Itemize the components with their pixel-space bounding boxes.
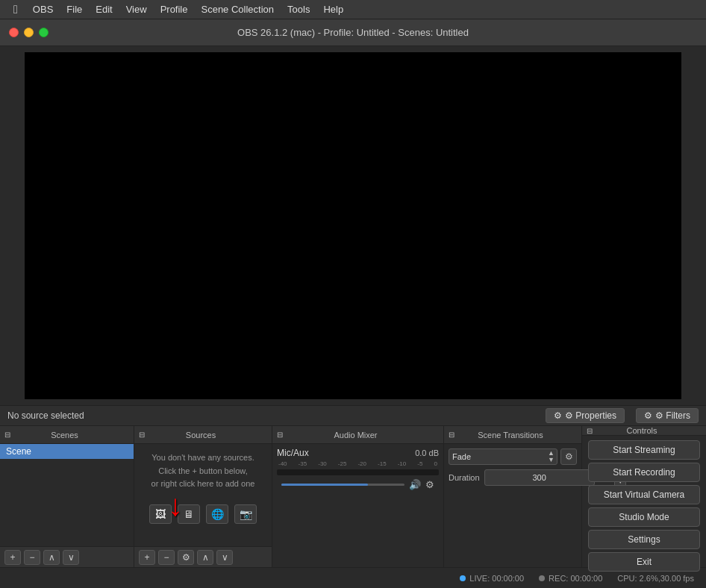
bottom-panels: ⊟ Scenes Scene + − ∧ ∨ ⊟ Sources You don… <box>0 426 706 567</box>
audio-collapse-icon[interactable]: ⊟ <box>277 431 283 439</box>
rec-timer: REC: 00:00:00 <box>549 574 602 583</box>
browser-source-icon[interactable]: 🌐 <box>206 504 228 524</box>
add-scene-button[interactable]: + <box>4 550 21 565</box>
audio-mixer-panel: ⊟ Audio Mixer Mic/Aux 0.0 dB -40-35-30-2… <box>272 426 444 567</box>
start-virtual-camera-button[interactable]: Start Virtual Camera <box>588 485 700 504</box>
move-scene-up-button[interactable]: ∧ <box>43 550 60 565</box>
properties-label: ⚙ Properties <box>565 410 616 421</box>
controls-collapse-icon[interactable]: ⊟ <box>587 427 593 435</box>
transitions-panel-header: ⊟ Scene Transitions <box>444 426 581 444</box>
cpu-status: CPU: 2.6%,30.00 fps <box>617 574 694 583</box>
rec-indicator-dot <box>539 575 545 581</box>
control-buttons: Start Streaming Start Recording Start Vi… <box>582 436 706 576</box>
settings-button[interactable]: Settings <box>588 530 700 549</box>
audio-track: Mic/Aux 0.0 dB -40-35-30-25-20-15-10-50 … <box>272 444 443 495</box>
sources-panel: ⊟ Sources You don't have any sources. Cl… <box>134 426 272 567</box>
remove-scene-button[interactable]: − <box>24 550 40 565</box>
transitions-collapse-icon[interactable]: ⊟ <box>449 431 454 439</box>
scenes-panel-header: ⊟ Scenes <box>0 426 134 444</box>
volume-fill <box>281 484 368 486</box>
rec-status: REC: 00:00:00 <box>539 574 602 583</box>
audio-controls-row: 🔊 ⚙ <box>277 478 439 492</box>
controls-panel: ⊟ Controls Start Streaming Start Recordi… <box>582 426 706 567</box>
add-source-button[interactable]: + <box>139 550 155 565</box>
source-bar: No source selected ⚙ ⚙ Properties ⚙ ⚙ Fi… <box>0 405 706 426</box>
start-streaming-button[interactable]: Start Streaming <box>588 440 700 460</box>
camera-source-icon[interactable]: 📷 <box>234 504 257 524</box>
preview-canvas <box>25 52 681 399</box>
filters-button[interactable]: ⚙ ⚙ Filters <box>636 408 699 423</box>
filter-icon: ⚙ <box>644 410 652 421</box>
close-button[interactable] <box>9 28 19 37</box>
duration-input[interactable] <box>484 469 595 486</box>
window-title: OBS 26.1.2 (mac) - Profile: Untitled - S… <box>237 27 469 38</box>
scene-item[interactable]: Scene <box>0 444 134 459</box>
move-source-down-button[interactable]: ∨ <box>216 550 233 565</box>
sources-empty-text: You don't have any sources. Click the + … <box>134 444 272 498</box>
menu-profile[interactable]: Profile <box>154 2 194 16</box>
transitions-content: Fade Cut Swipe Slide ▲▼ ⚙ Duration ms ▲ … <box>444 444 581 490</box>
menu-edit[interactable]: Edit <box>90 2 118 16</box>
menu-view[interactable]: View <box>120 2 153 16</box>
scenes-collapse-icon[interactable]: ⊟ <box>4 431 10 439</box>
audio-track-name: Mic/Aux <box>277 448 309 458</box>
title-bar: OBS 26.1.2 (mac) - Profile: Untitled - S… <box>0 19 706 46</box>
mute-icon[interactable]: 🔊 <box>409 479 421 490</box>
scenes-toolbar: + − ∧ ∨ <box>0 546 134 567</box>
sources-panel-header: ⊟ Sources <box>134 426 272 444</box>
transition-type-select[interactable]: Fade Cut Swipe Slide <box>449 448 557 465</box>
move-source-up-button[interactable]: ∧ <box>197 550 213 565</box>
sources-collapse-icon[interactable]: ⊟ <box>139 431 145 439</box>
scenes-list: Scene <box>0 444 134 546</box>
sources-panel-title: Sources <box>186 431 216 440</box>
sources-icon-row: 🖼 🖥 🌐 📷 <box>134 498 272 530</box>
scenes-panel: ⊟ Scenes Scene + − ∧ ∨ <box>0 426 134 567</box>
fullscreen-button[interactable] <box>39 28 49 37</box>
transition-select-wrapper: Fade Cut Swipe Slide ▲▼ <box>449 448 557 465</box>
menu-file[interactable]: File <box>60 2 88 16</box>
scene-transitions-panel: ⊟ Scene Transitions Fade Cut Swipe Slide… <box>444 426 582 567</box>
image-source-icon[interactable]: 🖼 <box>149 504 172 524</box>
duration-label: Duration <box>449 473 480 482</box>
duration-row: Duration ms ▲ ▼ <box>449 469 577 486</box>
traffic-lights <box>9 28 49 37</box>
studio-mode-button[interactable]: Studio Mode <box>588 507 700 527</box>
display-source-icon[interactable]: 🖥 <box>178 504 200 524</box>
menu-help[interactable]: Help <box>317 2 349 16</box>
audio-panel-title: Audio Mixer <box>334 431 377 440</box>
volume-slider[interactable] <box>281 484 404 486</box>
live-status: LIVE: 00:00:00 <box>460 574 524 583</box>
audio-panel-header: ⊟ Audio Mixer <box>272 426 443 444</box>
start-recording-button[interactable]: Start Recording <box>588 463 700 482</box>
exit-button[interactable]: Exit <box>588 552 700 572</box>
live-timer: LIVE: 00:00:00 <box>469 574 524 583</box>
scenes-panel-title: Scenes <box>51 431 78 440</box>
cpu-label: CPU: 2.6%,30.00 fps <box>617 574 694 583</box>
source-settings-button[interactable]: ⚙ <box>178 550 194 565</box>
sources-list[interactable]: You don't have any sources. Click the + … <box>134 444 272 546</box>
properties-button[interactable]: ⚙ ⚙ Properties <box>546 408 625 423</box>
controls-panel-title: Controls <box>627 426 657 435</box>
transition-type-row: Fade Cut Swipe Slide ▲▼ ⚙ <box>449 448 577 465</box>
audio-settings-icon[interactable]: ⚙ <box>425 479 434 490</box>
remove-source-button[interactable]: − <box>158 550 175 565</box>
transition-gear-button[interactable]: ⚙ <box>560 448 577 465</box>
no-source-label: No source selected <box>7 410 84 421</box>
filters-label: ⚙ Filters <box>655 410 690 421</box>
audio-track-header: Mic/Aux 0.0 dB <box>277 448 439 458</box>
apple-menu-item[interactable]:  <box>6 3 25 16</box>
menu-obs[interactable]: OBS <box>27 2 59 16</box>
audio-db-value: 0.0 dB <box>415 448 439 457</box>
sources-toolbar: + − ⚙ ∧ ∨ <box>134 546 272 567</box>
menu-scene-collection[interactable]: Scene Collection <box>195 2 280 16</box>
transitions-panel-title: Scene Transitions <box>478 431 543 440</box>
minimize-button[interactable] <box>24 28 34 37</box>
audio-meter-scale: -40-35-30-25-20-15-10-50 <box>277 460 439 467</box>
audio-meter-container <box>277 469 439 475</box>
controls-panel-header: ⊟ Controls <box>582 426 706 436</box>
menu-tools[interactable]: Tools <box>281 2 316 16</box>
move-scene-down-button[interactable]: ∨ <box>63 550 79 565</box>
gear-icon: ⚙ <box>554 410 562 421</box>
live-indicator-dot <box>460 575 466 581</box>
menu-bar:  OBS File Edit View Profile Scene Colle… <box>0 0 706 19</box>
